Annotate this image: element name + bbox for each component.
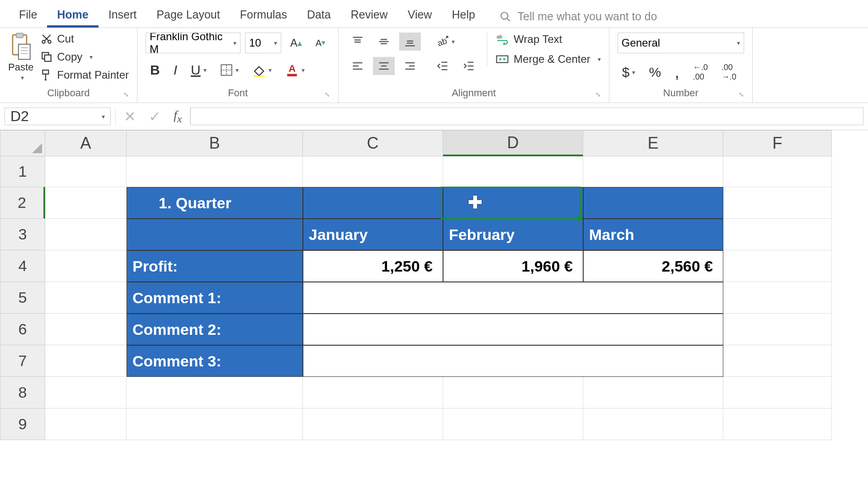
- cell-B4[interactable]: Profit:: [127, 250, 303, 282]
- cell-B6[interactable]: Comment 2:: [127, 314, 303, 345]
- underline-button[interactable]: U▾: [186, 60, 211, 80]
- cell-E1[interactable]: [583, 156, 723, 187]
- cancel-formula-icon[interactable]: ✕: [124, 108, 136, 125]
- font-color-button[interactable]: A ▾: [281, 61, 309, 80]
- cell-A1[interactable]: [45, 156, 127, 187]
- cell-B3[interactable]: [127, 219, 303, 250]
- cell-C9[interactable]: [303, 408, 443, 440]
- align-left-button[interactable]: [347, 57, 368, 75]
- menu-view[interactable]: View: [398, 4, 442, 28]
- cell-E3[interactable]: March: [583, 219, 723, 250]
- col-header-E[interactable]: E: [583, 130, 723, 156]
- col-header-A[interactable]: A: [45, 130, 127, 156]
- cell-B9[interactable]: [127, 408, 303, 440]
- row-header-2[interactable]: 2: [0, 187, 45, 219]
- decrease-indent-button[interactable]: [432, 57, 453, 75]
- cell-D9[interactable]: [443, 408, 583, 440]
- wrap-text-button[interactable]: ab Wrap Text: [495, 33, 600, 46]
- row-header-3[interactable]: 3: [0, 219, 45, 250]
- cell-C5-merged[interactable]: [303, 282, 723, 314]
- copy-button[interactable]: Copy ▾: [41, 51, 129, 63]
- cell-C4[interactable]: 1,250 €: [303, 250, 443, 282]
- comma-format-button[interactable]: ,: [670, 60, 684, 84]
- col-header-F[interactable]: F: [723, 130, 832, 156]
- bold-button[interactable]: B: [146, 60, 165, 80]
- decrease-decimal-button[interactable]: .00→.0: [717, 60, 741, 84]
- col-header-D[interactable]: D: [443, 130, 583, 156]
- row-header-4[interactable]: 4: [0, 250, 45, 282]
- cell-B1[interactable]: [127, 156, 303, 187]
- cell-C8[interactable]: [303, 377, 443, 408]
- paste-button[interactable]: Paste ▾: [8, 33, 33, 81]
- tell-me-search[interactable]: Tell me what you want to do: [490, 5, 667, 28]
- cell-F9[interactable]: [723, 408, 832, 440]
- cell-F4[interactable]: [723, 250, 832, 282]
- font-name-select[interactable]: Franklin Gothic M ▾: [146, 33, 241, 53]
- cell-D4[interactable]: 1,960 €: [443, 250, 583, 282]
- row-header-1[interactable]: 1: [0, 156, 45, 187]
- col-header-B[interactable]: B: [127, 130, 303, 156]
- align-right-button[interactable]: [399, 57, 421, 75]
- name-box[interactable]: D2 ▾: [5, 108, 111, 125]
- menu-file[interactable]: File: [9, 4, 47, 28]
- cell-B7[interactable]: Comment 3:: [127, 345, 303, 377]
- cell-B5[interactable]: Comment 1:: [127, 282, 303, 314]
- cell-C1[interactable]: [303, 156, 443, 187]
- cell-E2[interactable]: [583, 187, 723, 219]
- cell-C7-merged[interactable]: [303, 345, 723, 377]
- merge-center-button[interactable]: Merge & Center ▾: [495, 52, 600, 66]
- cell-D2[interactable]: [443, 187, 583, 219]
- cell-C3[interactable]: January: [303, 219, 443, 250]
- cell-A9[interactable]: [45, 408, 127, 440]
- cell-F7[interactable]: [723, 345, 832, 377]
- formula-input[interactable]: [190, 108, 863, 125]
- align-middle-button[interactable]: [373, 33, 395, 51]
- menu-help[interactable]: Help: [442, 4, 485, 28]
- menu-data[interactable]: Data: [297, 4, 341, 28]
- accounting-format-button[interactable]: $▾: [618, 62, 640, 83]
- menu-page-layout[interactable]: Page Layout: [146, 4, 230, 28]
- format-painter-button[interactable]: Format Painter: [41, 69, 129, 81]
- italic-button[interactable]: I: [169, 60, 182, 80]
- increase-decimal-button[interactable]: ←.0.00: [689, 60, 712, 84]
- fx-icon[interactable]: fx: [174, 108, 182, 125]
- cell-A4[interactable]: [45, 250, 127, 282]
- enter-formula-icon[interactable]: ✓: [149, 108, 161, 125]
- cell-A6[interactable]: [45, 314, 127, 345]
- cell-F3[interactable]: [723, 219, 832, 250]
- cell-B2[interactable]: 1. Quarter: [127, 187, 303, 219]
- align-center-button[interactable]: [373, 57, 395, 75]
- cell-A8[interactable]: [45, 377, 127, 408]
- row-header-9[interactable]: 9: [0, 408, 45, 440]
- menu-insert[interactable]: Insert: [99, 4, 147, 28]
- borders-button[interactable]: ▾: [216, 61, 243, 79]
- percent-format-button[interactable]: %: [644, 62, 665, 83]
- row-header-7[interactable]: 7: [0, 345, 45, 377]
- cut-button[interactable]: Cut: [41, 33, 129, 45]
- cell-D8[interactable]: [443, 377, 583, 408]
- cell-F5[interactable]: [723, 282, 832, 314]
- menu-formulas[interactable]: Formulas: [230, 4, 297, 28]
- col-header-C[interactable]: C: [303, 130, 443, 156]
- cell-A3[interactable]: [45, 219, 127, 250]
- cell-B8[interactable]: [127, 377, 303, 408]
- cell-A7[interactable]: [45, 345, 127, 377]
- menu-home[interactable]: Home: [47, 4, 98, 28]
- cell-D3[interactable]: February: [443, 219, 583, 250]
- font-size-select[interactable]: 10 ▾: [245, 33, 281, 53]
- cell-C2[interactable]: [303, 187, 443, 219]
- spreadsheet-grid[interactable]: A B C D E F 1 2 1. Quarter 3 January Feb…: [0, 130, 868, 440]
- cell-D1[interactable]: [443, 156, 583, 187]
- cell-F1[interactable]: [723, 156, 832, 187]
- dialog-launcher-icon[interactable]: ⤡: [595, 91, 601, 98]
- cell-F8[interactable]: [723, 377, 832, 408]
- cell-E9[interactable]: [583, 408, 723, 440]
- decrease-font-button[interactable]: A▾: [311, 35, 330, 51]
- align-bottom-button[interactable]: [399, 33, 421, 51]
- cell-E8[interactable]: [583, 377, 723, 408]
- row-header-6[interactable]: 6: [0, 314, 45, 345]
- orientation-button[interactable]: ab▾: [432, 33, 459, 51]
- dialog-launcher-icon[interactable]: ⤡: [123, 91, 129, 98]
- fill-color-button[interactable]: ▾: [248, 61, 276, 80]
- align-top-button[interactable]: [347, 33, 368, 51]
